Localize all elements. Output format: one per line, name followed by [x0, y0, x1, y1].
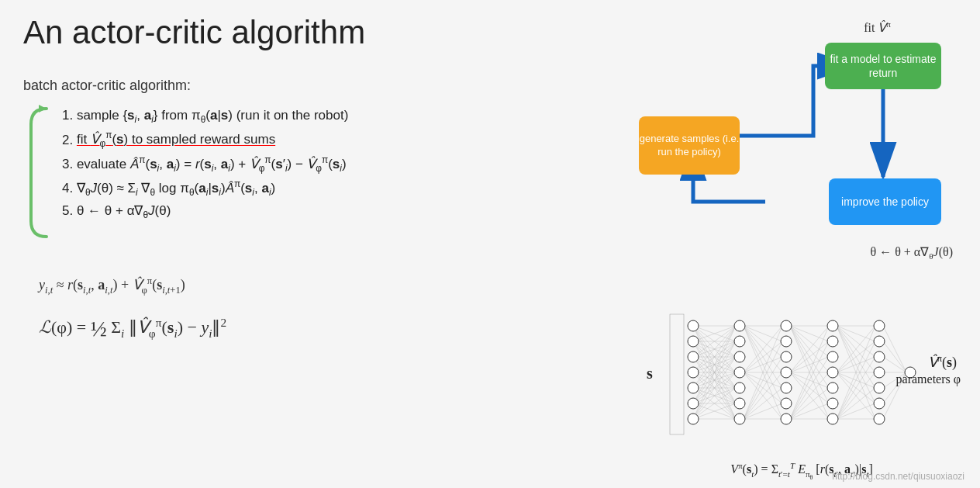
svg-point-153 — [874, 336, 885, 347]
svg-line-118 — [883, 341, 906, 372]
svg-point-128 — [688, 382, 699, 393]
svg-line-90 — [790, 341, 829, 419]
step-5: 5. θ ← θ + α∇θJ(θ) — [62, 200, 566, 223]
svg-point-129 — [688, 398, 699, 409]
svg-point-136 — [734, 398, 745, 409]
svg-line-119 — [883, 357, 906, 372]
svg-point-137 — [734, 414, 745, 424]
svg-point-155 — [874, 367, 885, 378]
svg-point-146 — [827, 336, 838, 347]
svg-line-117 — [883, 326, 906, 372]
svg-point-141 — [781, 367, 792, 378]
svg-point-158 — [874, 414, 885, 424]
svg-line-115 — [837, 403, 875, 419]
svg-point-151 — [827, 414, 838, 424]
svg-point-147 — [827, 351, 838, 362]
left-content: batch actor-critic algorithm: 1. sample … — [23, 78, 566, 223]
svg-line-73 — [744, 403, 782, 419]
svg-line-98 — [837, 326, 875, 357]
algorithm-steps: 1. sample {si, ai} from πθ(a|s) (run it … — [23, 105, 566, 223]
svg-line-97 — [837, 326, 875, 341]
svg-point-138 — [781, 320, 792, 331]
nn-params-label: parameters φ — [896, 372, 961, 386]
nn-s-label: s — [647, 365, 653, 382]
svg-point-157 — [874, 398, 885, 409]
svg-point-133 — [734, 351, 745, 362]
svg-line-76 — [790, 326, 829, 341]
fit-label: fit V̂π — [864, 19, 891, 35]
step-2-underlined: fit V̂φπ(s) to sampled reward sums — [77, 132, 275, 147]
math-line-1: yi,t ≈ r(si,t, ai,t) + V̂φπ(si,t+1) — [39, 275, 543, 296]
svg-point-125 — [688, 336, 699, 347]
svg-line-62 — [744, 341, 782, 372]
svg-point-152 — [874, 320, 885, 331]
svg-point-148 — [827, 367, 838, 378]
svg-line-83 — [790, 341, 829, 372]
svg-line-84 — [790, 357, 829, 372]
page-title: An actor-critic algorithm — [23, 14, 365, 51]
svg-line-91 — [790, 357, 829, 419]
svg-line-94 — [790, 403, 829, 419]
svg-line-56 — [744, 326, 782, 357]
step-3: 3. evaluate Âπ(si, ai) = r(si, ai) + V̂φ… — [62, 152, 566, 176]
math-section: yi,t ≈ r(si,t, ai,t) + V̂φπ(si,t+1) ℒ(φ)… — [39, 275, 543, 361]
svg-point-132 — [734, 336, 745, 347]
svg-line-93 — [790, 388, 829, 419]
footer-url: http://blog.csdn.net/qiusuoxiaozi — [832, 471, 964, 482]
batch-label: batch actor-critic algorithm: — [23, 78, 566, 94]
svg-line-104 — [837, 341, 875, 372]
svg-line-112 — [837, 357, 875, 419]
svg-point-143 — [781, 398, 792, 409]
step-1: 1. sample {si, ai} from πθ(a|s) (run it … — [62, 105, 566, 128]
svg-point-142 — [781, 382, 792, 393]
svg-point-154 — [874, 351, 885, 362]
math-line-2: ℒ(φ) = ½ Σi ‖V̂φπ(si) − yi‖2 — [39, 316, 543, 341]
nn-vhat-label: V̂π(s) — [928, 353, 957, 371]
step-4: 4. ∇θJ(θ) ≈ Σi ∇θ log πθ(ai|si)Âπ(si, ai… — [62, 176, 566, 200]
svg-point-130 — [688, 414, 699, 424]
svg-line-111 — [837, 341, 875, 419]
svg-line-72 — [744, 388, 782, 419]
diagram-area: fit V̂π fit a model to estimate return g… — [623, 16, 964, 303]
svg-point-134 — [734, 367, 745, 378]
svg-point-150 — [827, 398, 838, 409]
neural-network-area: // Will be drawn below — [639, 303, 964, 481]
svg-point-145 — [827, 320, 838, 331]
svg-point-135 — [734, 382, 745, 393]
svg-point-126 — [688, 351, 699, 362]
svg-line-105 — [837, 357, 875, 372]
svg-point-140 — [781, 351, 792, 362]
box-green: fit a model to estimate return — [825, 43, 941, 89]
green-bracket-icon — [23, 101, 53, 244]
svg-marker-0 — [39, 105, 47, 112]
svg-point-139 — [781, 336, 792, 347]
svg-point-156 — [874, 382, 885, 393]
step-2: 2. fit V̂φπ(s) to sampled reward sums — [62, 128, 566, 152]
svg-line-55 — [744, 326, 782, 341]
svg-line-77 — [790, 326, 829, 357]
svg-point-127 — [688, 367, 699, 378]
svg-line-63 — [744, 357, 782, 372]
svg-point-131 — [734, 320, 745, 331]
svg-point-149 — [827, 382, 838, 393]
theta-update: θ ← θ + α∇θJ(θ) — [870, 244, 953, 261]
box-orange: generate samples (i.e. run the policy) — [639, 116, 740, 175]
svg-rect-4 — [670, 314, 684, 434]
svg-line-69 — [744, 341, 782, 419]
svg-line-114 — [837, 388, 875, 419]
svg-line-70 — [744, 357, 782, 419]
svg-point-124 — [688, 320, 699, 331]
svg-point-144 — [781, 414, 792, 424]
box-blue: improve the policy — [829, 178, 941, 225]
